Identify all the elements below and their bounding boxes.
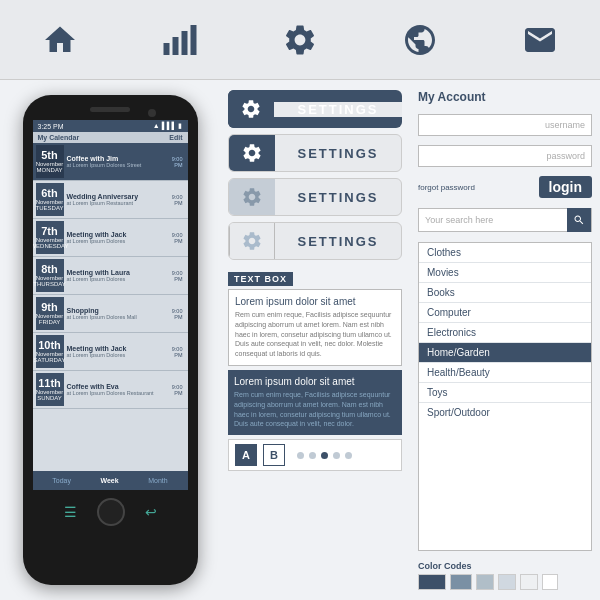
forgot-password-link[interactable]: forgot password (418, 183, 475, 192)
textbox-body-2: Rem cum enim reque, Facilisis adipisce s… (234, 390, 396, 429)
cal-details-2: Meeting with Jack at Lorem Ipsum Dolores (64, 221, 170, 254)
tab-week[interactable]: Week (97, 475, 123, 486)
cal-details-6: Coffee with Eva at Lorem Ipsum Dolores R… (64, 373, 170, 406)
settings-label-2: SETTINGS (275, 146, 401, 161)
username-placeholder: username (545, 120, 585, 130)
settings-button-2[interactable]: SETTINGS (228, 134, 402, 172)
swatch-dark (418, 574, 446, 590)
textbox-area-2: Lorem ipsum dolor sit amet Rem cum enim … (228, 370, 402, 435)
cat-home-garden[interactable]: Home/Garden (419, 343, 591, 363)
cal-details-5: Meeting with Jack at Lorem Ipsum Dolores (64, 335, 170, 368)
phone-screen: 3:25 PM ▲ ▌▌▌ ▮ My Calendar Edit 5th Nov… (33, 120, 188, 490)
cal-date-0: 5th November MONDAY (36, 145, 64, 178)
cat-clothes[interactable]: Clothes (419, 243, 591, 263)
dot-1 (297, 452, 304, 459)
calendar-item-3: 8th November THURSDAY Meeting with Laura… (33, 257, 188, 295)
category-list: Clothes Movies Books Computer Electronic… (418, 242, 592, 551)
swatch-med (450, 574, 472, 590)
textbox-label: TEXT BOX (228, 272, 293, 286)
cal-date-5: 10th November SATURDAY (36, 335, 64, 368)
swatch-lightest (520, 574, 538, 590)
svg-rect-3 (191, 25, 197, 55)
tab-month[interactable]: Month (144, 475, 171, 486)
calendar-title: My Calendar (38, 134, 80, 141)
textbox-area-1: Lorem ipsum dolor sit amet Rem cum enim … (228, 289, 402, 366)
dot-3 (321, 452, 328, 459)
cat-toys[interactable]: Toys (419, 383, 591, 403)
gear-icon (282, 22, 318, 58)
cat-books[interactable]: Books (419, 283, 591, 303)
calendar-edit[interactable]: Edit (169, 134, 182, 141)
calendar-item-2: 7th November WEDNESDAY Meeting with Jack… (33, 219, 188, 257)
username-input[interactable]: username (418, 114, 592, 136)
cat-sport-outdoor[interactable]: Sport/Outdoor (419, 403, 591, 422)
tabs-row: A B (228, 439, 402, 471)
cal-details-4: Shopping at Lorem Ipsum Dolores Mall (64, 297, 170, 330)
settings-button-3[interactable]: SETTINGS (228, 178, 402, 216)
my-account-title: My Account (418, 90, 592, 104)
phone-menu-icon[interactable]: ☰ (64, 504, 77, 520)
tab-today[interactable]: Today (48, 475, 75, 486)
svg-rect-1 (173, 37, 179, 55)
swatch-lighter (498, 574, 516, 590)
cat-electronics[interactable]: Electronics (419, 323, 591, 343)
calendar-list: 5th November MONDAY Coffee with Jim at L… (33, 143, 188, 471)
calendar-item-6: 11th November SUNDAY Coffee with Eva at … (33, 371, 188, 409)
tab-letter-a[interactable]: A (235, 444, 257, 466)
swatch-light (476, 574, 494, 590)
status-time: 3:25 PM (38, 123, 64, 130)
search-icon-box[interactable] (567, 208, 591, 232)
settings-button-4[interactable]: SETTINGS (228, 222, 402, 260)
globe-icon (402, 22, 438, 58)
screen-header: My Calendar Edit (33, 132, 188, 143)
phone-bottom: ☰ ↩ (64, 490, 157, 534)
dots-row (297, 452, 352, 459)
phone-back-icon[interactable]: ↩ (145, 504, 157, 520)
nav-mail[interactable] (500, 10, 580, 70)
textbox-title-2: Lorem ipsum dolor sit amet (234, 376, 396, 387)
mail-icon (522, 22, 558, 58)
nav-signal[interactable] (140, 10, 220, 70)
textbox-body-1: Rem cum enim reque, Facilisis adipisce s… (235, 310, 395, 359)
color-codes-section: Color Codes (418, 561, 592, 590)
color-swatches (418, 574, 592, 590)
calendar-item-1: 6th November TUESDAY Wedding Anniversary… (33, 181, 188, 219)
textbox-title-1: Lorem ipsum dolor sit amet (235, 296, 395, 307)
phone-section: 3:25 PM ▲ ▌▌▌ ▮ My Calendar Edit 5th Nov… (0, 80, 220, 600)
dot-4 (333, 452, 340, 459)
nav-globe[interactable] (380, 10, 460, 70)
nav-settings[interactable] (260, 10, 340, 70)
cal-details-1: Wedding Anniversary at Lorem Ipsum Resta… (64, 183, 170, 216)
screen-status-bar: 3:25 PM ▲ ▌▌▌ ▮ (33, 120, 188, 132)
password-input[interactable]: password (418, 145, 592, 167)
password-placeholder: password (546, 151, 585, 161)
status-icons: ▲ ▌▌▌ ▮ (153, 122, 183, 130)
home-icon (42, 22, 78, 58)
search-icon (573, 214, 585, 226)
search-input[interactable]: Your search here (419, 215, 567, 225)
cat-computer[interactable]: Computer (419, 303, 591, 323)
cal-details-0: Coffee with Jim at Lorem Ipsum Dolores S… (64, 145, 170, 178)
search-row[interactable]: Your search here (418, 208, 592, 232)
top-nav (0, 0, 600, 80)
cal-details-3: Meeting with Laura at Lorem Ipsum Dolore… (64, 259, 170, 292)
login-button[interactable]: login (539, 176, 592, 198)
phone-home-button[interactable] (97, 498, 125, 526)
phone: 3:25 PM ▲ ▌▌▌ ▮ My Calendar Edit 5th Nov… (23, 95, 198, 585)
svg-rect-2 (182, 31, 188, 55)
settings-button-1[interactable]: SETTINGS (228, 90, 402, 128)
cat-health-beauty[interactable]: Health/Beauty (419, 363, 591, 383)
settings-icon-4 (229, 222, 275, 260)
right-section: My Account username password forgot pass… (410, 80, 600, 600)
cat-movies[interactable]: Movies (419, 263, 591, 283)
calendar-item-5: 10th November SATURDAY Meeting with Jack… (33, 333, 188, 371)
tab-letter-b[interactable]: B (263, 444, 285, 466)
middle-section: SETTINGS SETTINGS SETTINGS SETTINGS TEXT… (220, 80, 410, 600)
nav-home[interactable] (20, 10, 100, 70)
settings-icon-1 (228, 90, 274, 128)
dot-2 (309, 452, 316, 459)
cal-date-1: 6th November TUESDAY (36, 183, 64, 216)
settings-label-3: SETTINGS (275, 190, 401, 205)
calendar-item-4: 9th November FRIDAY Shopping at Lorem Ip… (33, 295, 188, 333)
cal-date-2: 7th November WEDNESDAY (36, 221, 64, 254)
